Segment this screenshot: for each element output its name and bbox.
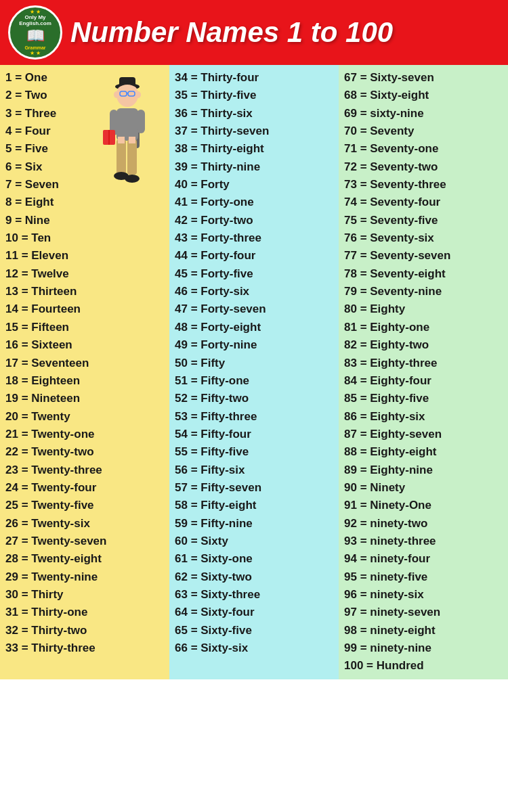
list-item: 77 = Seventy-seven [344, 247, 503, 265]
list-item: 75 = Seventy-five [344, 212, 503, 229]
list-item: 51 = Fifty-one [175, 372, 333, 390]
list-item: 52 = Fifty-two [175, 390, 333, 407]
header: ★ ★ Only MyEnglish.com 📖 Grammar ★ ★ Num… [0, 0, 508, 65]
character-illustration [85, 69, 167, 204]
list-item: 30 = Thirty [5, 586, 164, 604]
list-item: 59 = Fifty-nine [175, 515, 333, 533]
list-item: 21 = Twenty-one [5, 426, 164, 443]
list-item: 56 = Fifty-six [175, 461, 333, 479]
list-item: 35 = Thirty-five [175, 87, 333, 104]
list-item: 46 = Forty-six [175, 283, 333, 300]
list-item: 47 = Forty-seven [175, 300, 333, 318]
right-number-list: 67 = Sixty-seven68 = Sixty-eight69 = six… [344, 69, 503, 675]
list-item: 48 = Forty-eight [175, 319, 333, 336]
list-item: 69 = sixty-nine [344, 105, 503, 122]
list-item: 26 = Twenty-six [5, 515, 164, 533]
svg-point-7 [135, 91, 141, 98]
list-item: 49 = Forty-nine [175, 336, 333, 354]
list-item: 24 = Twenty-four [5, 479, 164, 497]
list-item: 92 = ninety-two [344, 515, 503, 533]
list-item: 41 = Forty-one [175, 194, 333, 211]
list-item: 84 = Eighty-four [344, 372, 503, 390]
list-item: 28 = Twenty-eight [5, 550, 164, 568]
list-item: 82 = Eighty-two [344, 336, 503, 354]
list-item: 31 = Thirty-one [5, 604, 164, 621]
list-item: 23 = Twenty-three [5, 461, 164, 479]
list-item: 18 = Eighteen [5, 372, 164, 390]
list-item: 53 = Fifty-three [175, 408, 333, 426]
svg-point-17 [125, 175, 140, 183]
list-item: 71 = Seventy-one [344, 140, 503, 158]
list-item: 12 = Twelve [5, 265, 164, 283]
list-item: 91 = Ninety-One [344, 497, 503, 514]
list-item: 54 = Fifty-four [175, 426, 333, 443]
list-item: 64 = Sixty-four [175, 604, 333, 621]
list-item: 25 = Twenty-five [5, 497, 164, 514]
list-item: 39 = Thirty-nine [175, 158, 333, 176]
list-item: 100 = Hundred [344, 657, 503, 675]
logo-bottom-text: Grammar [24, 45, 45, 50]
list-item: 34 = Thirty-four [175, 69, 333, 87]
column-middle: 34 = Thirty-four35 = Thirty-five36 = Thi… [169, 65, 339, 679]
logo-top-text: Only MyEnglish.com [19, 15, 51, 27]
list-item: 61 = Sixty-one [175, 550, 333, 568]
logo-book-icon: 📖 [26, 27, 45, 45]
list-item: 11 = Eleven [5, 247, 164, 265]
list-item: 43 = Forty-three [175, 229, 333, 247]
list-item: 79 = Seventy-nine [344, 283, 503, 300]
list-item: 32 = Thirty-two [5, 622, 164, 639]
list-item: 38 = Thirty-eight [175, 140, 333, 158]
list-item: 45 = Forty-five [175, 265, 333, 283]
list-item: 58 = Fifty-eight [175, 497, 333, 514]
list-item: 17 = Seventeen [5, 355, 164, 372]
list-item: 16 = Sixteen [5, 336, 164, 354]
list-item: 20 = Twenty [5, 408, 164, 426]
svg-rect-11 [137, 110, 145, 133]
list-item: 99 = ninety-nine [344, 639, 503, 657]
list-item: 98 = ninety-eight [344, 622, 503, 639]
svg-rect-19 [129, 137, 135, 143]
content-area: 1 = One2 = Two3 = Three4 = Four5 = Five6… [0, 65, 508, 679]
logo-stars-bottom: ★ ★ [30, 50, 41, 56]
column-left: 1 = One2 = Two3 = Three4 = Four5 = Five6… [0, 65, 169, 679]
list-item: 55 = Fifty-five [175, 443, 333, 461]
list-item: 50 = Fifty [175, 355, 333, 372]
list-item: 65 = Sixty-five [175, 622, 333, 639]
list-item: 96 = ninety-six [344, 586, 503, 604]
list-item: 29 = Twenty-nine [5, 568, 164, 586]
list-item: 22 = Twenty-two [5, 443, 164, 461]
list-item: 14 = Fourteen [5, 300, 164, 318]
list-item: 78 = Seventy-eight [344, 265, 503, 283]
list-item: 80 = Eighty [344, 300, 503, 318]
list-item: 89 = Eighty-nine [344, 461, 503, 479]
list-item: 70 = Seventy [344, 122, 503, 140]
list-item: 85 = Eighty-five [344, 390, 503, 407]
list-item: 9 = Nine [5, 212, 164, 229]
list-item: 10 = Ten [5, 229, 164, 247]
list-item: 87 = Eighty-seven [344, 426, 503, 443]
list-item: 86 = Eighty-six [344, 408, 503, 426]
svg-rect-14 [117, 139, 126, 175]
list-item: 27 = Twenty-seven [5, 533, 164, 550]
list-item: 44 = Forty-four [175, 247, 333, 265]
list-item: 33 = Thirty-three [5, 639, 164, 657]
list-item: 68 = Sixty-eight [344, 87, 503, 104]
list-item: 40 = Forty [175, 176, 333, 194]
list-item: 62 = Sixty-two [175, 568, 333, 586]
list-item: 63 = Sixty-three [175, 586, 333, 604]
list-item: 60 = Sixty [175, 533, 333, 550]
list-item: 72 = Seventy-two [344, 158, 503, 176]
list-item: 66 = Sixty-six [175, 639, 333, 657]
page-title: Number Names 1 to 100 [70, 18, 393, 47]
list-item: 83 = Eighty-three [344, 355, 503, 372]
list-item: 74 = Seventy-four [344, 194, 503, 211]
list-item: 81 = Eighty-one [344, 319, 503, 336]
list-item: 95 = ninety-five [344, 568, 503, 586]
logo: ★ ★ Only MyEnglish.com 📖 Grammar ★ ★ [8, 5, 62, 60]
list-item: 19 = Nineteen [5, 390, 164, 407]
list-item: 36 = Thirty-six [175, 105, 333, 122]
list-item: 57 = Fifty-seven [175, 479, 333, 497]
svg-rect-9 [117, 108, 138, 141]
svg-rect-15 [127, 139, 137, 175]
list-item: 37 = Thirty-seven [175, 122, 333, 140]
